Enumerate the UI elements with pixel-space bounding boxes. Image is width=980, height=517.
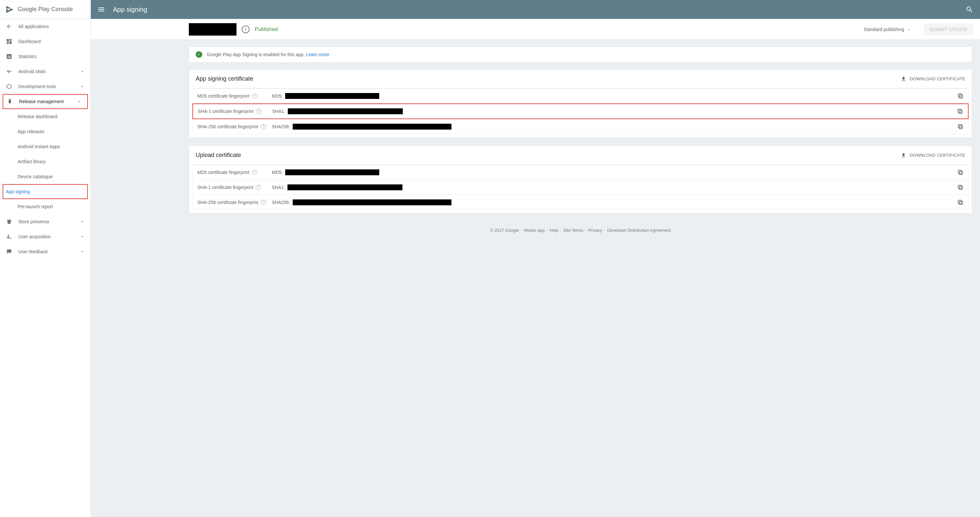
certificate-table: MD5 certificate fingerprint? MD5: SHA-1 …: [192, 88, 969, 134]
info-icon[interactable]: i: [242, 25, 250, 33]
footer-mobile-link[interactable]: Mobile app: [524, 228, 545, 233]
sidebar-item-user-feedback[interactable]: User feedback: [0, 244, 91, 259]
page-title: App signing: [113, 6, 966, 13]
cert-prefix: SHA256:: [272, 124, 290, 129]
sidebar-item-android-vitals[interactable]: Android vitals: [0, 64, 91, 79]
nav-label: Release management: [19, 99, 76, 104]
user-acquisition-icon: [5, 233, 13, 241]
certificate-row-sha1: SHA-1 certificate fingerprint? SHA1:: [192, 103, 969, 119]
svg-rect-7: [959, 95, 963, 98]
sidebar-item-prelaunch-report[interactable]: Pre-launch report: [0, 199, 91, 214]
dashboard-icon: [5, 38, 13, 45]
help-icon[interactable]: ?: [252, 94, 258, 98]
svg-rect-9: [959, 110, 963, 114]
help-icon[interactable]: ?: [261, 200, 266, 205]
hamburger-menu-icon[interactable]: [97, 6, 105, 13]
vitals-icon: [5, 68, 13, 75]
nav-label: Artifact library: [18, 159, 85, 164]
copy-icon[interactable]: [957, 184, 964, 190]
help-icon[interactable]: ?: [256, 109, 261, 114]
store-icon: [5, 218, 13, 225]
cert-value-redacted: [288, 108, 403, 114]
cert-value-redacted: [288, 184, 402, 190]
logo-area[interactable]: Google Play Console: [0, 0, 91, 19]
publishing-mode-dropdown[interactable]: Standard publishing: [864, 27, 911, 32]
cert-prefix: SHA1:: [272, 109, 285, 114]
nav-label: All applications: [18, 24, 85, 29]
sidebar-item-store-presence[interactable]: Store presence: [0, 214, 91, 229]
svg-rect-16: [958, 185, 961, 188]
nav-label: Development tools: [18, 84, 80, 89]
download-label: DOWNLOAD CERTIFICATE: [910, 153, 965, 158]
info-message: Google Play App Signing is enabled for t…: [207, 52, 306, 57]
topbar: App signing: [91, 0, 980, 19]
sidebar-item-release-dashboard[interactable]: Release dashboard: [0, 109, 91, 124]
footer-privacy-link[interactable]: Privacy: [588, 228, 602, 233]
footer-terms-link[interactable]: Site Terms: [563, 228, 584, 233]
download-certificate-button[interactable]: DOWNLOAD CERTIFICATE: [900, 76, 965, 82]
sidebar-item-development-tools[interactable]: Development tools: [0, 79, 91, 94]
cert-prefix: MD5:: [272, 94, 283, 98]
nav-label: User acquisition: [18, 234, 80, 239]
svg-rect-10: [958, 109, 961, 112]
copy-icon[interactable]: [957, 93, 964, 99]
search-icon[interactable]: [966, 6, 974, 13]
cert-label: SHA-1 certificate fingerprint?: [197, 185, 269, 190]
nav-label: Pre-launch report: [18, 204, 85, 209]
dev-tools-icon: [5, 82, 13, 90]
download-icon: [900, 152, 907, 158]
cert-label: SHA-256 certificate fingerprint?: [197, 200, 269, 205]
back-arrow-icon: [5, 22, 13, 30]
footer-help-link[interactable]: Help: [550, 228, 558, 233]
copy-icon[interactable]: [957, 169, 964, 176]
submit-update-button[interactable]: SUBMIT UPDATE: [924, 24, 974, 35]
sidebar-item-app-releases[interactable]: App releases: [0, 124, 91, 139]
sidebar-item-all-applications[interactable]: All applications: [0, 19, 91, 34]
cert-value-redacted: [293, 124, 452, 130]
sidebar-item-device-catalogue[interactable]: Device catalogue: [0, 169, 91, 184]
copy-icon[interactable]: [957, 199, 964, 206]
help-icon[interactable]: ?: [261, 124, 266, 129]
learn-more-link[interactable]: Learn more: [306, 52, 329, 57]
copy-icon[interactable]: [957, 108, 963, 114]
sidebar-item-user-acquisition[interactable]: User acquisition: [0, 229, 91, 244]
footer-copyright: © 2017 Google: [490, 228, 519, 233]
svg-rect-17: [959, 201, 963, 204]
sidebar-item-release-management[interactable]: Release management: [3, 94, 88, 109]
chevron-down-icon: [80, 249, 85, 255]
dropdown-label: Standard publishing: [864, 27, 904, 32]
certificate-row-sha256: SHA-256 certificate fingerprint? SHA256:: [192, 195, 969, 210]
sidebar-item-instant-apps[interactable]: Android Instant Apps: [0, 139, 91, 154]
nav-label: App signing: [6, 189, 82, 194]
rocket-icon: [6, 98, 14, 105]
nav-label: Statistics: [18, 54, 85, 59]
certificate-row-sha1: SHA-1 certificate fingerprint? SHA1:: [192, 180, 969, 195]
certificate-row-sha256: SHA-256 certificate fingerprint? SHA256:: [192, 119, 969, 134]
publish-status: Published: [255, 27, 278, 32]
copy-icon[interactable]: [957, 124, 964, 130]
download-certificate-button[interactable]: DOWNLOAD CERTIFICATE: [900, 152, 965, 158]
help-icon[interactable]: ?: [252, 170, 258, 175]
svg-rect-13: [959, 171, 963, 174]
sidebar-item-dashboard[interactable]: Dashboard: [0, 34, 91, 49]
chevron-down-icon: [80, 234, 85, 239]
svg-rect-1: [8, 57, 8, 58]
footer-dda-link[interactable]: Developer Distribution Agreement: [607, 228, 671, 233]
card-header: Upload certificate DOWNLOAD CERTIFICATE: [189, 146, 972, 165]
upload-certificate-card: Upload certificate DOWNLOAD CERTIFICATE …: [189, 146, 972, 214]
certificate-row-md5: MD5 certificate fingerprint? MD5:: [192, 165, 969, 180]
svg-rect-15: [959, 186, 963, 189]
sidebar-item-app-signing[interactable]: App signing: [3, 184, 88, 199]
svg-point-6: [10, 238, 11, 239]
help-icon[interactable]: ?: [256, 185, 261, 190]
sidebar-item-statistics[interactable]: Statistics: [0, 49, 91, 64]
sidebar-item-artifact-library[interactable]: Artifact library: [0, 154, 91, 169]
dropdown-arrow-icon: [907, 27, 911, 31]
nav-label: App releases: [18, 129, 85, 134]
certificate-table: MD5 certificate fingerprint? MD5: SHA-1 …: [192, 165, 969, 210]
cert-value-redacted: [285, 170, 379, 175]
svg-rect-2: [9, 56, 10, 58]
certificate-row-md5: MD5 certificate fingerprint? MD5:: [192, 89, 969, 103]
footer: © 2017 Google· Mobile app· Help· Site Te…: [189, 221, 972, 239]
nav-label: Store presence: [18, 219, 80, 224]
